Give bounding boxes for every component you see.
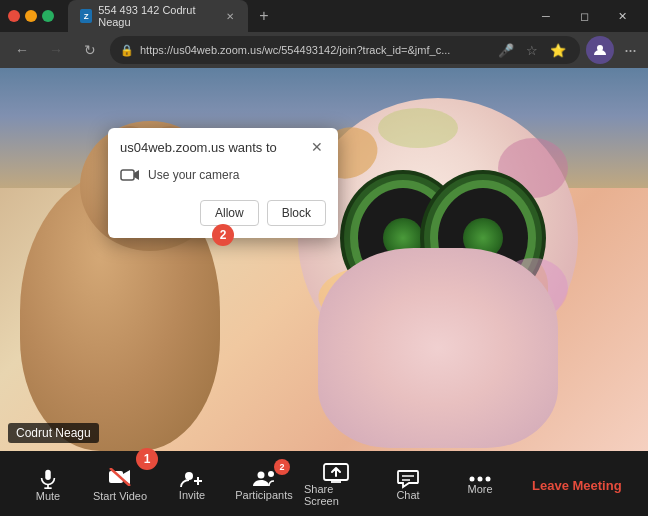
video-area: Codrut Neagu us04web.zoom.us wants to ✕ … bbox=[0, 68, 648, 451]
permission-popup: us04web.zoom.us wants to ✕ Use your came… bbox=[108, 128, 338, 238]
profile-icon bbox=[592, 42, 608, 58]
tab-close-button[interactable]: ✕ bbox=[224, 9, 236, 23]
close-button[interactable]: ✕ bbox=[604, 0, 640, 32]
share-screen-button[interactable]: Share Screen bbox=[300, 455, 372, 515]
back-button[interactable]: ← bbox=[8, 36, 36, 64]
url-bar[interactable]: 🔒 https://us04web.zoom.us/wc/554493142/j… bbox=[110, 36, 580, 64]
url-actions: 🎤 ☆ ⭐ bbox=[494, 41, 570, 60]
collections-icon[interactable]: ⭐ bbox=[546, 41, 570, 60]
participants-count-badge: 2 bbox=[274, 459, 290, 475]
share-screen-label: Share Screen bbox=[304, 483, 368, 507]
svg-point-13 bbox=[258, 472, 265, 479]
close-window-button[interactable] bbox=[8, 10, 20, 22]
restore-button[interactable]: ◻ bbox=[566, 0, 602, 32]
chat-icon bbox=[397, 469, 419, 489]
new-tab-button[interactable]: + bbox=[252, 4, 276, 28]
mic-url-icon[interactable]: 🎤 bbox=[494, 41, 518, 60]
step-1-badge: 1 bbox=[136, 448, 158, 470]
invite-icon bbox=[180, 469, 204, 489]
invite-label: Invite bbox=[179, 489, 205, 501]
traffic-lights bbox=[8, 10, 54, 22]
start-video-label: Start Video bbox=[93, 490, 147, 502]
svg-rect-4 bbox=[121, 170, 134, 180]
chat-label: Chat bbox=[396, 489, 419, 501]
svg-point-19 bbox=[470, 477, 475, 482]
popup-header: us04web.zoom.us wants to ✕ bbox=[108, 128, 338, 162]
svg-point-21 bbox=[486, 477, 491, 482]
step-2-badge: 2 bbox=[212, 224, 234, 246]
popup-close-button[interactable]: ✕ bbox=[308, 138, 326, 156]
tab-favicon: Z bbox=[80, 9, 92, 23]
allow-button[interactable]: Allow bbox=[200, 200, 259, 226]
microphone-icon bbox=[37, 468, 59, 490]
more-button[interactable]: More bbox=[444, 455, 516, 515]
video-icon-wrapper bbox=[108, 468, 132, 490]
participants-button[interactable]: 2 Participants bbox=[228, 455, 300, 515]
invite-button[interactable]: Invite bbox=[156, 455, 228, 515]
cat-patch-2 bbox=[498, 138, 568, 198]
permission-row: Use your camera bbox=[108, 162, 338, 194]
browser-menu-button[interactable]: ··· bbox=[620, 40, 640, 61]
maximize-window-button[interactable] bbox=[42, 10, 54, 22]
minimize-button[interactable]: ─ bbox=[528, 0, 564, 32]
toolbar: Mute ▲ Start Video Invite 2 bbox=[0, 451, 648, 516]
camera-background: Codrut Neagu us04web.zoom.us wants to ✕ … bbox=[0, 68, 648, 451]
minimize-window-button[interactable] bbox=[25, 10, 37, 22]
url-text: https://us04web.zoom.us/wc/554493142/joi… bbox=[140, 44, 488, 56]
leave-meeting-button[interactable]: Leave Meeting bbox=[516, 470, 638, 501]
tab-bar: Z 554 493 142 Codrut Neagu ✕ + bbox=[68, 0, 522, 32]
svg-point-20 bbox=[478, 477, 483, 482]
lock-icon: 🔒 bbox=[120, 44, 134, 57]
svg-point-14 bbox=[268, 471, 274, 477]
permission-text: Use your camera bbox=[148, 168, 239, 182]
star-icon[interactable]: ☆ bbox=[522, 41, 542, 60]
participants-label: Participants bbox=[235, 489, 292, 501]
more-label: More bbox=[467, 483, 492, 495]
address-bar: ← → ↻ 🔒 https://us04web.zoom.us/wc/55449… bbox=[0, 32, 648, 68]
forward-button[interactable]: → bbox=[42, 36, 70, 64]
cat-body bbox=[318, 248, 558, 448]
mute-label: Mute bbox=[36, 490, 60, 502]
titlebar: Z 554 493 142 Codrut Neagu ✕ + ─ ◻ ✕ bbox=[0, 0, 648, 32]
cat-patch-3 bbox=[378, 108, 458, 148]
svg-rect-5 bbox=[45, 470, 51, 480]
popup-buttons: Allow Block 2 bbox=[108, 194, 338, 238]
video-camera-icon bbox=[108, 468, 132, 486]
window-controls: ─ ◻ ✕ bbox=[528, 0, 640, 32]
popup-title: us04web.zoom.us wants to bbox=[120, 140, 277, 155]
share-screen-icon bbox=[323, 463, 349, 483]
more-icon bbox=[469, 475, 491, 483]
block-button[interactable]: Block bbox=[267, 200, 326, 226]
profile-button[interactable] bbox=[586, 36, 614, 64]
tab-title: 554 493 142 Codrut Neagu bbox=[98, 4, 214, 28]
participant-name-tag: Codrut Neagu bbox=[8, 423, 99, 443]
active-tab[interactable]: Z 554 493 142 Codrut Neagu ✕ bbox=[68, 0, 248, 32]
chat-button[interactable]: Chat bbox=[372, 455, 444, 515]
refresh-button[interactable]: ↻ bbox=[76, 36, 104, 64]
svg-point-10 bbox=[185, 472, 193, 480]
mute-button[interactable]: Mute bbox=[12, 455, 84, 515]
participants-icon bbox=[252, 469, 276, 489]
camera-permission-icon bbox=[120, 168, 140, 182]
